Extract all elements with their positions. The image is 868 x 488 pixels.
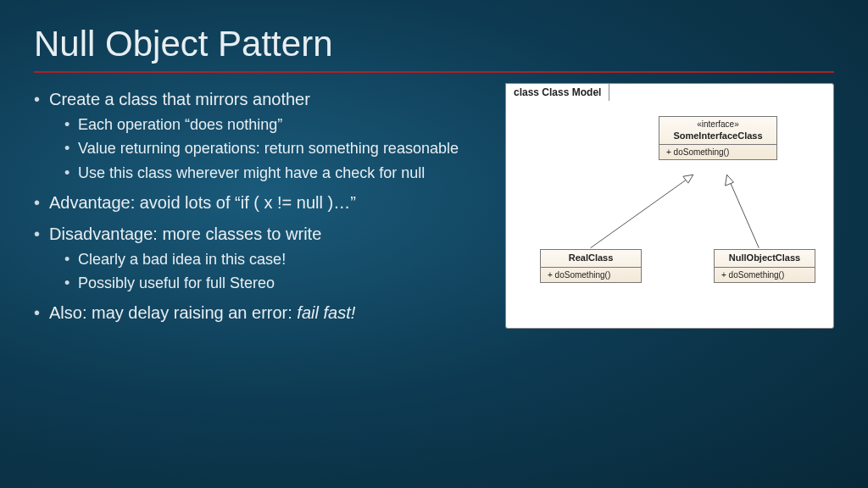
bullet-3: Disadvantage: more classes to write Clea… <box>34 223 493 294</box>
uml-realclass-op: + doSomething() <box>541 268 641 282</box>
uml-frame: class Class Model «interface» SomeInterf… <box>505 83 834 329</box>
content-area: Create a class that mirrors another Each… <box>34 88 834 333</box>
uml-nullclass-op: + doSomething() <box>715 268 815 282</box>
uml-realclass-name: RealClass <box>548 252 634 264</box>
bullet-1b: Value returning operations: return somet… <box>49 138 493 158</box>
bullet-column: Create a class that mirrors another Each… <box>34 88 493 333</box>
uml-interface-box: «interface» SomeInterfaceClass + doSomet… <box>659 116 777 160</box>
svg-line-0 <box>591 175 693 247</box>
diagram-column: class Class Model «interface» SomeInterf… <box>505 83 834 333</box>
uml-realclass-box: RealClass + doSomething() <box>540 249 642 283</box>
svg-line-2 <box>727 175 760 247</box>
bullet-1c: Use this class wherever might have a che… <box>49 163 493 183</box>
bullet-1-text: Create a class that mirrors another <box>49 90 310 108</box>
bullet-4-prefix: Also: may delay raising an error: <box>49 303 297 322</box>
bullet-1a: Each operation “does nothing” <box>49 114 493 135</box>
uml-interface-stereotype: «interface» <box>666 119 770 130</box>
uml-nullclass-header: NullObjectClass <box>715 250 815 268</box>
bullet-3a: Clearly a bad idea in this case! <box>49 249 493 269</box>
bullet-4: Also: may delay raising an error: fail f… <box>34 302 493 324</box>
uml-interface-op: + doSomething() <box>659 145 776 159</box>
uml-nullclass-name: NullObjectClass <box>721 252 808 264</box>
uml-realclass-header: RealClass <box>541 250 641 268</box>
uml-frame-label: class Class Model <box>505 83 609 101</box>
uml-interface-name: SomeInterfaceClass <box>666 130 770 142</box>
svg-marker-1 <box>683 175 693 183</box>
bullet-1: Create a class that mirrors another Each… <box>34 88 493 183</box>
svg-marker-3 <box>726 175 734 186</box>
title-underline <box>34 71 834 73</box>
bullet-4-emphasis: fail fast! <box>297 303 355 322</box>
uml-interface-header: «interface» SomeInterfaceClass <box>659 117 776 145</box>
bullet-2: Advantage: avoid lots of “if ( x != null… <box>34 191 493 214</box>
uml-nullclass-box: NullObjectClass + doSomething() <box>714 249 815 283</box>
bullet-3-text: Disadvantage: more classes to write <box>49 225 321 243</box>
bullet-3b: Possibly useful for full Stereo <box>49 273 493 293</box>
slide-title: Null Object Pattern <box>34 24 834 64</box>
